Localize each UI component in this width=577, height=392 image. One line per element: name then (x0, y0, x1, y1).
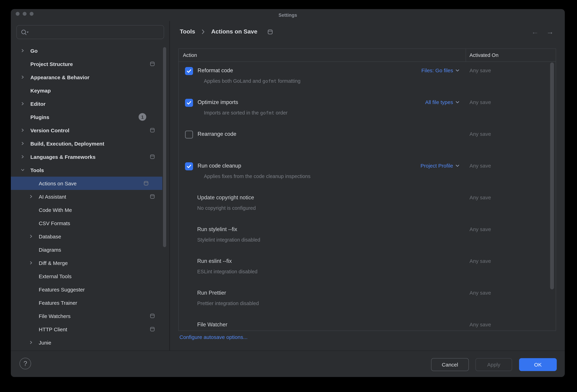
search-box[interactable] (16, 25, 164, 39)
cancel-button[interactable]: Cancel (431, 358, 469, 371)
table-scrollbar[interactable] (550, 63, 554, 289)
sidebar-item-project-structure[interactable]: Project Structure (11, 57, 169, 71)
sidebar-item-diagrams[interactable]: Diagrams (11, 243, 169, 256)
ok-button[interactable]: OK (519, 358, 557, 371)
activated-on-value: Any save (469, 163, 491, 169)
sidebar-item-label: Junie (39, 339, 51, 345)
action-title: Optimize imports (198, 99, 238, 106)
scope-dropdown-all-file-types[interactable]: All file types (425, 99, 459, 105)
sidebar-item-go[interactable]: Go (11, 44, 169, 57)
ide-settings-icon (150, 314, 155, 318)
sidebar-item-label: Actions on Save (39, 180, 77, 186)
chevron-right-icon[interactable] (21, 48, 25, 53)
chevron-placeholder (29, 208, 33, 212)
sidebar-item-features-suggester[interactable]: Features Suggester (11, 283, 169, 296)
sidebar-item-languages-frameworks[interactable]: Languages & Frameworks (11, 150, 169, 163)
apply-button[interactable]: Apply (475, 358, 512, 371)
sidebar-scrollbar[interactable] (163, 47, 166, 247)
breadcrumb-actions-on-save[interactable]: Actions on Save (211, 28, 257, 35)
ide-settings-icon (150, 61, 155, 66)
chevron-right-icon[interactable] (29, 261, 33, 265)
ide-settings-icon (150, 128, 155, 133)
checkbox-unchecked[interactable] (185, 131, 193, 139)
action-title: Run stylelint --fix (197, 226, 237, 232)
chevron-placeholder (29, 221, 33, 225)
close-window-button[interactable] (16, 12, 20, 16)
action-title: Rearrange code (198, 131, 236, 137)
sidebar-item-features-trainer[interactable]: Features Trainer (11, 296, 169, 309)
sidebar-item-label: Build, Execution, Deployment (30, 141, 104, 146)
configure-autosave-link[interactable]: Configure autosave options... (180, 334, 248, 340)
scope-dropdown-files-go-files[interactable]: Files: Go files (421, 67, 459, 73)
chevron-placeholder (29, 248, 33, 252)
chevron-right-icon[interactable] (29, 340, 33, 345)
chevron-right-icon[interactable] (29, 234, 33, 238)
activated-on-value: Any save (469, 194, 491, 200)
back-arrow-icon[interactable]: ← (531, 28, 539, 36)
checkbox-checked[interactable] (185, 99, 193, 107)
chevron-down-icon[interactable] (21, 168, 25, 172)
chevron-right-icon[interactable] (21, 141, 25, 145)
activated-on-value: Any save (469, 67, 491, 73)
sidebar-item-diff-merge[interactable]: Diff & Merge (11, 256, 169, 269)
sidebar-item-actions-on-save[interactable]: Actions on Save (11, 177, 162, 190)
action-title: Update copyright notice (197, 194, 254, 201)
sidebar-item-label: Code With Me (39, 207, 72, 213)
action-description: Stylelint integration disabled (197, 237, 260, 243)
chevron-right-icon[interactable] (21, 75, 25, 79)
action-title: Reformat code (198, 67, 233, 74)
sidebar-item-label: Features Suggester (39, 286, 85, 292)
chevron-right-icon[interactable] (29, 194, 33, 199)
chevron-placeholder (29, 287, 33, 291)
action-row-optimize-imports: Optimize importsImports are sorted in th… (179, 94, 556, 125)
sidebar-item-build-execution-deployment[interactable]: Build, Execution, Deployment (11, 137, 169, 150)
activated-on-value: Any save (469, 258, 491, 264)
sidebar-item-http-client[interactable]: HTTP Client (11, 322, 169, 336)
title-bar: Settings (11, 9, 565, 21)
sidebar-item-code-with-me[interactable]: Code With Me (11, 203, 169, 216)
chevron-down-icon (456, 164, 459, 167)
zoom-window-button[interactable] (30, 12, 34, 16)
scope-dropdown-project-profile[interactable]: Project Profile (420, 163, 459, 169)
table-header: Action Activated On (179, 49, 556, 62)
checkbox-checked[interactable] (185, 162, 193, 170)
sidebar-item-external-tools[interactable]: External Tools (11, 269, 169, 283)
sidebar-item-label: Plugins (30, 114, 49, 120)
sidebar-item-keymap[interactable]: Keymap (11, 84, 169, 97)
sidebar-item-csv-formats[interactable]: CSV Formats (11, 216, 169, 230)
minimize-window-button[interactable] (23, 12, 27, 16)
ide-settings-icon (150, 327, 155, 332)
sidebar-item-label: CSV Formats (39, 220, 70, 226)
sidebar-item-database[interactable]: Database (11, 230, 169, 243)
action-title: File Watcher (197, 321, 227, 328)
chevron-right-icon[interactable] (21, 128, 25, 132)
sidebar-item-label: Appearance & Behavior (30, 74, 89, 80)
sidebar-item-label: Diff & Merge (39, 260, 68, 266)
sidebar-item-version-control[interactable]: Version Control (11, 124, 169, 137)
column-header-action: Action (183, 49, 197, 61)
sidebar-item-file-watchers[interactable]: File Watchers (11, 309, 169, 322)
sidebar-item-junie[interactable]: Junie (11, 336, 169, 349)
activated-on-value: Any save (469, 99, 491, 105)
sidebar-item-appearance-behavior[interactable]: Appearance & Behavior (11, 71, 169, 84)
sidebar-item-label: Version Control (30, 127, 69, 133)
chevron-placeholder (29, 327, 33, 331)
search-input[interactable] (29, 29, 164, 36)
sidebar-item-plugins[interactable]: Plugins1 (11, 110, 169, 124)
settings-dialog: Settings GoProject StructureAppeara (11, 9, 565, 377)
sidebar-item-ai-assistant[interactable]: AI Assistant (11, 190, 169, 203)
sidebar-item-label: Languages & Frameworks (30, 154, 96, 160)
checkbox-checked[interactable] (185, 67, 193, 75)
sidebar-item-tools[interactable]: Tools (11, 163, 169, 177)
breadcrumb-tools[interactable]: Tools (180, 28, 195, 35)
ide-settings-icon (268, 29, 273, 34)
chevron-right-icon (201, 29, 205, 35)
chevron-right-icon[interactable] (21, 155, 25, 159)
help-icon[interactable]: ? (20, 358, 31, 369)
action-description: Prettier integration disabled (197, 301, 259, 306)
sidebar-item-label: External Tools (39, 273, 72, 279)
activated-on-value: Any save (469, 290, 491, 296)
sidebar-item-editor[interactable]: Editor (11, 97, 169, 110)
forward-arrow-icon[interactable]: → (546, 28, 554, 36)
chevron-right-icon[interactable] (21, 102, 25, 106)
